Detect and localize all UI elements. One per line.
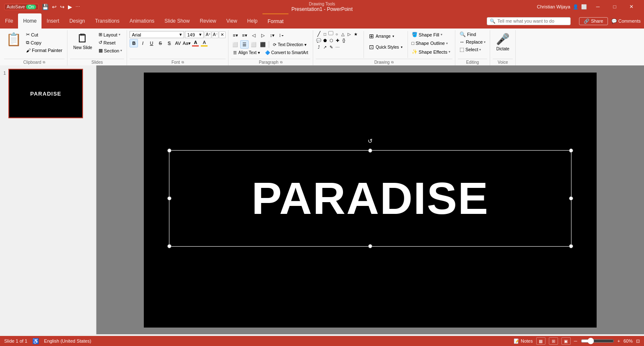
cut-button[interactable]: ✂ Cut xyxy=(24,31,65,38)
text-direction-button[interactable]: ⟳ Text Direction ▾ xyxy=(271,42,309,48)
handle-top-right[interactable] xyxy=(569,148,573,153)
align-left-button[interactable]: ⬜ xyxy=(231,40,239,49)
layout-button[interactable]: ⊞ Layout ▾ xyxy=(96,31,125,38)
paragraph-expand-icon[interactable]: ⧉ xyxy=(280,60,283,65)
zoom-slider[interactable] xyxy=(581,338,614,344)
format-painter-button[interactable]: 🖌 Format Painter xyxy=(24,47,65,54)
bullets-button[interactable]: ≡▾ xyxy=(231,31,239,39)
strikethrough-button[interactable]: S xyxy=(156,39,164,47)
align-center-button[interactable]: ☰ xyxy=(240,40,249,49)
comments-button[interactable]: 💬 Comments xyxy=(611,18,641,24)
columns-button[interactable]: ⫶▾ xyxy=(277,31,286,39)
accessibility-icon[interactable]: ♿ xyxy=(32,338,39,344)
undo-icon[interactable]: ↩ xyxy=(52,4,57,10)
shape-curve[interactable]: ⤴ xyxy=(316,44,322,50)
notes-button[interactable]: 📝 Notes xyxy=(514,338,533,344)
minimize-button[interactable]: ─ xyxy=(589,0,606,13)
shape-brace[interactable]: {} xyxy=(341,37,347,43)
shape-more[interactable]: ⋯ xyxy=(335,44,340,50)
search-input[interactable] xyxy=(497,18,560,23)
shape-outline-button[interactable]: □ Shape Outline ▾ xyxy=(410,40,452,47)
canvas-area[interactable]: ↺ PARADISE xyxy=(96,65,644,334)
font-color-button[interactable]: A xyxy=(191,40,200,47)
tab-review[interactable]: Review xyxy=(195,13,221,29)
tab-slideshow[interactable]: Slide Show xyxy=(159,13,195,29)
save-icon[interactable]: 💾 xyxy=(42,4,49,10)
fit-slide-button[interactable]: ⊡ xyxy=(636,338,640,344)
tab-animations[interactable]: Animations xyxy=(125,13,159,29)
shape-star[interactable]: ★ xyxy=(353,31,358,37)
more-icon[interactable]: ⋯ xyxy=(75,4,80,10)
shadow-button[interactable]: S xyxy=(165,39,173,47)
underline-button[interactable]: U xyxy=(147,39,156,47)
shape-freeform[interactable]: ✎ xyxy=(328,44,334,50)
handle-bottom-right[interactable] xyxy=(569,244,573,248)
shape-rect[interactable]: □ xyxy=(322,31,328,37)
drawing-expand-icon[interactable]: ⧉ xyxy=(391,60,394,65)
search-bar[interactable]: 🔍 xyxy=(487,17,571,25)
shape-oval[interactable]: ○ xyxy=(334,31,340,37)
shape-effects-button[interactable]: ✨ Shape Effects ▾ xyxy=(410,48,452,55)
shape-line[interactable]: ╱ xyxy=(316,31,322,37)
present-icon[interactable]: ▶ xyxy=(68,4,72,10)
window-controls[interactable]: ─ □ ✕ xyxy=(589,0,640,13)
tab-design[interactable]: Design xyxy=(64,13,90,29)
increase-font-button[interactable]: A⁺ xyxy=(205,31,211,38)
justify-button[interactable]: ⬛ xyxy=(259,40,267,49)
tab-transitions[interactable]: Transitions xyxy=(90,13,125,29)
tab-help[interactable]: Help xyxy=(242,13,263,29)
autosave-badge[interactable]: AutoSave On xyxy=(4,4,39,10)
dictate-button[interactable]: 🎤 Dictate xyxy=(493,31,513,53)
reset-button[interactable]: ↺ Reset xyxy=(96,39,125,46)
clear-format-button[interactable]: ✕ xyxy=(219,31,226,38)
handle-bottom-left[interactable] xyxy=(167,244,171,248)
clipboard-expand-icon[interactable]: ⧉ xyxy=(43,60,45,65)
handle-bottom-middle[interactable] xyxy=(368,244,372,248)
section-button[interactable]: ▦ Section ▾ xyxy=(96,47,125,54)
font-family-select[interactable]: Arial ▾ xyxy=(130,31,184,38)
shape-pentagon[interactable]: ⬟ xyxy=(322,37,328,43)
autosave-toggle[interactable]: On xyxy=(26,5,36,9)
find-button[interactable]: 🔍 Find xyxy=(458,31,487,38)
decrease-indent-button[interactable]: ◁ xyxy=(249,31,258,39)
slide-thumbnail[interactable]: PARADISE xyxy=(8,69,83,118)
zoom-out-button[interactable]: ─ xyxy=(574,338,577,343)
align-text-button[interactable]: ☰ Align Text ▾ xyxy=(231,49,262,56)
tab-view[interactable]: View xyxy=(221,13,242,29)
increase-indent-button[interactable]: ▷ xyxy=(259,31,267,39)
close-button[interactable]: ✕ xyxy=(623,0,640,13)
tab-format[interactable]: Format xyxy=(262,13,288,29)
decrease-font-button[interactable]: A⁻ xyxy=(212,31,218,38)
numbering-button[interactable]: ≡▾ xyxy=(240,31,249,39)
shape-triangle[interactable]: △ xyxy=(340,31,346,37)
handle-top-middle[interactable] xyxy=(368,148,372,153)
shape-rounded-rect[interactable] xyxy=(328,31,333,35)
view-normal-button[interactable]: ▦ xyxy=(536,337,545,345)
text-box-wrapper[interactable]: ↺ PARADISE xyxy=(169,150,571,247)
view-reading-button[interactable]: ▣ xyxy=(561,337,571,345)
align-right-button[interactable]: ⬜ xyxy=(249,40,258,49)
shape-cross[interactable]: ✚ xyxy=(335,37,340,43)
font-size-box[interactable]: 149 ▾ xyxy=(185,31,204,38)
shape-hex[interactable]: ⬡ xyxy=(328,37,334,43)
maximize-button[interactable]: □ xyxy=(606,0,623,13)
font-expand-icon[interactable]: ⧉ xyxy=(182,60,184,65)
shape-right-arrow[interactable]: ▷ xyxy=(346,31,352,37)
zoom-in-button[interactable]: + xyxy=(618,338,620,343)
paste-button[interactable]: 📋 xyxy=(4,31,23,47)
convert-smartart-button[interactable]: 🔷 Convert to SmartArt xyxy=(263,49,310,56)
handle-middle-right[interactable] xyxy=(569,196,573,200)
copy-button[interactable]: ⧉ Copy xyxy=(24,39,65,46)
tab-insert[interactable]: Insert xyxy=(42,13,64,29)
arrange-button[interactable]: ⊞ Arrange ▾ xyxy=(366,31,406,41)
char-spacing-button[interactable]: AV xyxy=(174,39,182,47)
redo-icon[interactable]: ↪ xyxy=(60,4,65,10)
line-spacing-button[interactable]: ↕▾ xyxy=(268,31,276,39)
tab-home[interactable]: Home xyxy=(18,13,42,29)
ribbon-display-icon[interactable]: ⬜ xyxy=(581,4,587,10)
account-icon[interactable]: 👤 xyxy=(573,4,579,10)
shape-callout[interactable]: 💬 xyxy=(316,37,322,43)
handle-top-left[interactable] xyxy=(167,148,171,153)
case-button[interactable]: Aa▾ xyxy=(182,39,191,47)
new-slide-button[interactable]: 🗒 New Slide xyxy=(70,31,96,52)
